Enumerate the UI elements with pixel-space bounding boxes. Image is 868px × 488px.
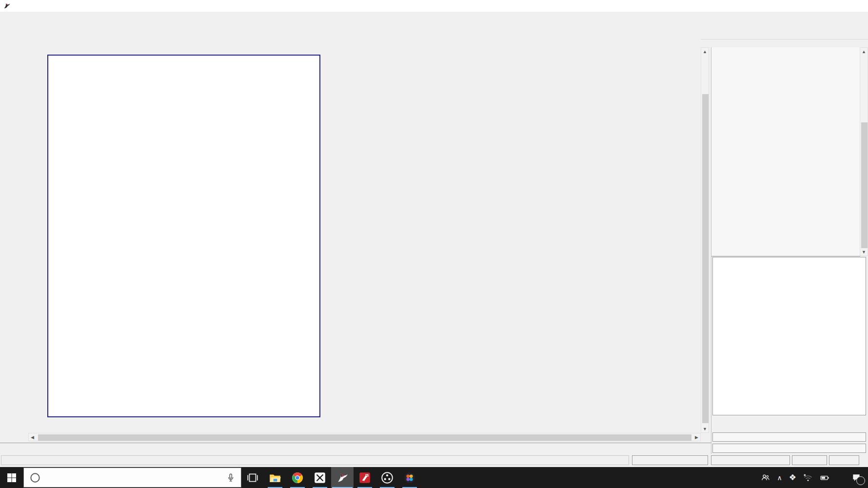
stitch-sequence-list[interactable] <box>712 257 866 415</box>
taskbar-embird-editor[interactable] <box>331 467 354 488</box>
wifi-icon[interactable] <box>800 467 816 488</box>
cortana-icon <box>29 471 41 484</box>
people-icon[interactable] <box>757 467 774 488</box>
task-view-button[interactable] <box>241 467 264 488</box>
status-stitch-count <box>792 455 827 465</box>
design-canvas[interactable] <box>46 47 701 433</box>
hoop-work-area[interactable] <box>47 55 320 417</box>
obs-icon <box>381 471 394 484</box>
object-list-scrollbar[interactable]: ▲ ▼ <box>860 47 868 256</box>
windows-logo-icon <box>7 473 17 483</box>
taskbar-red-app[interactable] <box>354 467 376 488</box>
title-bar <box>0 0 868 12</box>
app-icon <box>3 2 11 10</box>
tool-palette <box>0 40 19 430</box>
status-color-count <box>829 455 859 465</box>
search-input[interactable] <box>45 473 225 482</box>
canvas-vertical-scrollbar[interactable]: ▲ ▼ <box>701 47 709 433</box>
status-pos <box>711 455 790 465</box>
scroll-left-arrow[interactable]: ◀ <box>29 433 36 441</box>
status-bar <box>0 454 868 467</box>
embird-editor-window: ▲ ▼ ◀ ▶ ▲ ▼ <box>0 0 868 488</box>
task-view-icon <box>246 471 259 484</box>
windows-taskbar: ∧ ❖ <box>0 467 868 488</box>
taskbar-obs[interactable] <box>376 467 398 488</box>
red-app-icon <box>358 471 371 484</box>
scroll-down-arrow[interactable]: ▼ <box>701 425 709 432</box>
main-toolbar <box>0 23 868 39</box>
start-button[interactable] <box>0 467 23 488</box>
embird-editor-icon <box>336 471 349 484</box>
right-panel: ▲ ▼ <box>711 47 868 467</box>
canvas-horizontal-scrollbar[interactable]: ◀ ▶ <box>28 433 701 441</box>
chrome-icon <box>291 471 304 484</box>
language-indicator[interactable] <box>833 467 840 488</box>
taskbar-chrome[interactable] <box>286 467 309 488</box>
embird-manager-icon <box>314 471 326 484</box>
microphone-icon[interactable] <box>225 472 236 483</box>
menu-bar <box>0 12 868 23</box>
system-tray: ∧ ❖ <box>757 467 868 488</box>
tray-expand-chevron[interactable]: ∧ <box>774 467 786 488</box>
scroll-up-arrow[interactable]: ▲ <box>701 48 709 55</box>
cursor-info <box>712 444 866 453</box>
vertical-ruler <box>19 47 46 433</box>
notification-badge <box>856 476 865 485</box>
taskbar-search[interactable] <box>23 468 241 488</box>
scroll-up-arrow[interactable]: ▲ <box>860 48 868 55</box>
battery-icon[interactable] <box>816 467 833 488</box>
object-list[interactable] <box>711 47 860 256</box>
scroll-down-arrow[interactable]: ▼ <box>860 248 868 255</box>
horizontal-scroll-thumb[interactable] <box>38 434 691 441</box>
status-size <box>632 455 708 465</box>
taskbar-davinci-resolve[interactable] <box>398 467 421 488</box>
status-hint <box>1 455 629 465</box>
object-scroll-thumb[interactable] <box>861 122 868 248</box>
objects-info <box>712 432 866 442</box>
taskbar-embird-manager[interactable] <box>309 467 331 488</box>
davinci-resolve-icon <box>403 471 416 484</box>
taskbar-file-explorer[interactable] <box>264 467 286 488</box>
scroll-right-arrow[interactable]: ▶ <box>693 433 700 441</box>
clock[interactable] <box>840 467 848 488</box>
file-explorer-icon <box>269 471 281 484</box>
vertical-scroll-thumb[interactable] <box>702 94 709 423</box>
dropbox-icon[interactable]: ❖ <box>786 467 800 488</box>
horizontal-ruler <box>19 39 701 48</box>
action-center[interactable] <box>848 467 868 488</box>
grid <box>48 56 319 416</box>
view-tabs <box>0 443 711 453</box>
